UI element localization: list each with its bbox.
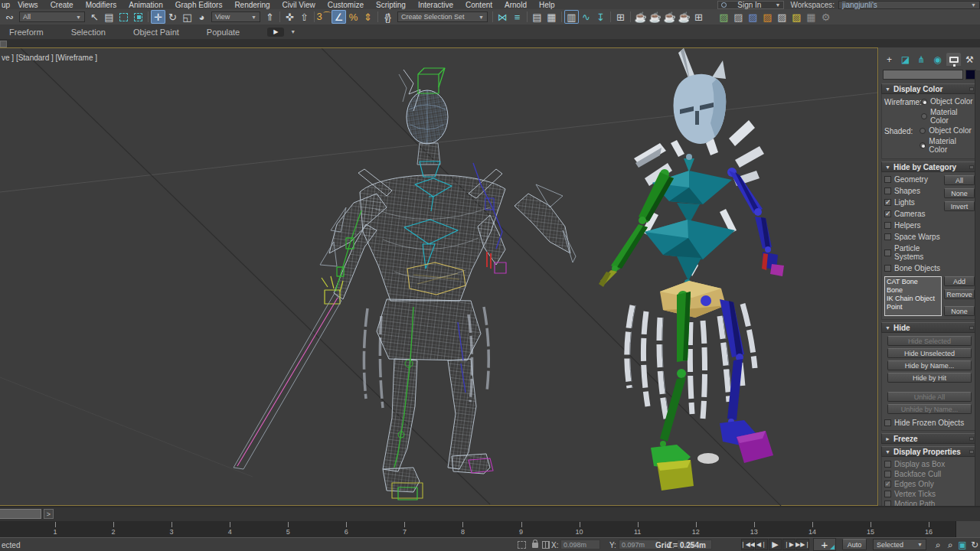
track-bar[interactable]: 12345678910111213141516 — [0, 521, 980, 537]
rollout-drag-nub[interactable] — [969, 437, 974, 441]
schematic-view-icon[interactable]: ⊞ — [613, 10, 628, 24]
time-slider-handle[interactable] — [0, 509, 41, 519]
tab-display[interactable] — [946, 53, 961, 66]
list-item[interactable]: Point — [887, 303, 939, 311]
ribbon-tab-freeform[interactable]: Freeform — [9, 28, 44, 37]
radio-material-color[interactable]: Material Color — [921, 108, 975, 125]
select-and-move-icon[interactable]: ✛ — [151, 10, 165, 24]
menu-item-arnold[interactable]: Arnold — [498, 1, 533, 9]
tab-create[interactable]: + — [882, 53, 897, 66]
go-to-start-button[interactable]: ❘◀◀ — [741, 539, 754, 550]
ribbon-tab-selection[interactable]: Selection — [71, 28, 106, 37]
checkbox-vertex-ticks[interactable]: Vertex Ticks — [884, 490, 975, 498]
rollout-drag-nub[interactable] — [969, 326, 974, 330]
list-item[interactable]: Bone — [887, 286, 939, 295]
previous-frame-button[interactable]: ◀❘ — [755, 539, 768, 550]
checkbox-bone-objects[interactable]: Bone Objects — [884, 264, 944, 272]
zoom-extents-icon[interactable]: ▣ — [957, 539, 968, 550]
cube-plane-icon[interactable]: ▨ — [746, 10, 760, 24]
zoom-icon[interactable]: ⌕ — [933, 539, 943, 550]
list-item[interactable]: IK Chain Object — [887, 295, 939, 303]
menu-item-scripting[interactable]: Scripting — [370, 1, 412, 9]
cube-orange-icon[interactable]: ▨ — [760, 10, 775, 24]
object-name-field[interactable] — [883, 70, 963, 80]
checkbox-geometry[interactable]: Geometry — [884, 175, 944, 184]
rollout-header-display-color[interactable]: ▼ Display Color — [881, 83, 978, 94]
menu-item-views[interactable]: Views — [16, 1, 44, 9]
viewport-canvas[interactable] — [0, 48, 877, 506]
angle-snap-icon[interactable]: ∠ — [332, 10, 346, 24]
align-icon[interactable]: ≡ — [510, 10, 524, 24]
hide-unselected-button[interactable]: Hide Unselected — [887, 348, 972, 358]
tab-motion[interactable]: ◉ — [930, 53, 945, 66]
list-item[interactable]: CAT Bone — [887, 278, 939, 286]
checkbox-edges-only[interactable]: Edges Only — [884, 480, 975, 488]
invert-button[interactable]: Invert — [944, 201, 975, 211]
menu-item-help[interactable]: Help — [533, 1, 561, 9]
video-dropdown-icon[interactable]: ▶ — [267, 28, 284, 37]
checkbox-backface-cull[interactable]: Backface Cull — [884, 470, 975, 478]
ribbon-tab-object-paint[interactable]: Object Paint — [133, 28, 179, 37]
reference-coordinate-dropdown[interactable]: View▼ — [211, 11, 260, 22]
ribbon-tab-populate[interactable]: Populate — [207, 28, 240, 37]
spinner-snap-icon[interactable]: ⇕ — [361, 10, 375, 24]
set-key-button[interactable]: + — [813, 538, 836, 551]
bone-category-list[interactable]: CAT BoneBoneIK Chain ObjectPoint — [884, 276, 942, 316]
rollout-drag-nub[interactable] — [969, 87, 974, 91]
remove-button[interactable]: Remove — [944, 289, 975, 299]
keyboard-override-icon[interactable]: ⇧ — [297, 10, 312, 24]
named-selection-set-dropdown[interactable]: Create Selection Set▼ — [397, 11, 488, 22]
menu-item-content[interactable]: Content — [459, 1, 498, 9]
material-editor-icon[interactable]: ☕ — [633, 10, 648, 24]
menu-item-rendering[interactable]: Rendering — [228, 1, 276, 9]
checkbox-hide-frozen-objects[interactable]: Hide Frozen Objects — [884, 419, 975, 427]
none-button[interactable]: None — [944, 188, 975, 198]
rollout-header-hide-by-category[interactable]: ▼ Hide by Category — [881, 161, 978, 172]
panel-scrollbar[interactable] — [975, 70, 980, 506]
select-by-name-icon[interactable]: ▤ — [102, 10, 116, 24]
menu-item-modifiers[interactable]: Modifiers — [80, 1, 123, 9]
viewport-label[interactable]: ve ] [Standard ] [Wireframe ] — [2, 54, 97, 62]
checkbox-space-warps[interactable]: Space Warps — [884, 233, 944, 241]
isolate-selection-icon[interactable] — [518, 541, 526, 549]
hide-by-name-button[interactable]: Hide by Name... — [887, 360, 972, 370]
rollout-header-hide[interactable]: ▼ Hide — [881, 322, 978, 333]
use-pivot-center-icon[interactable]: ⇑ — [263, 10, 277, 24]
transform-type-in-icon[interactable] — [542, 541, 550, 549]
select-and-scale-icon[interactable]: ◱ — [180, 10, 194, 24]
checkbox-display-as-box[interactable]: Display as Box — [884, 460, 975, 468]
play-button[interactable]: ▶ — [769, 539, 782, 550]
cube-arrow-up-icon[interactable]: ▨ — [717, 10, 731, 24]
workspace-dropdown[interactable]: jiangjunli's ▼ — [838, 1, 980, 9]
tab-modify[interactable]: ◪ — [898, 53, 913, 66]
next-frame-arrow-button[interactable]: > — [44, 509, 54, 519]
selection-filter-dropdown[interactable]: All▼ — [19, 11, 85, 22]
viewport-layout-tab[interactable] — [0, 41, 7, 47]
radio-object-color[interactable]: Object Color — [921, 97, 975, 106]
checkbox-motion-path[interactable]: Motion Path — [884, 500, 975, 506]
select-and-place-icon[interactable]: ◕ — [194, 10, 209, 24]
sign-in-dropdown[interactable]: Sign In ▼ — [717, 1, 784, 9]
menu-item-clipped[interactable]: up — [0, 1, 16, 9]
percent-snap-icon[interactable]: % — [346, 10, 361, 24]
window-crossing-toggle-icon[interactable] — [131, 10, 145, 24]
tab-hierarchy[interactable]: ⋔ — [914, 53, 929, 66]
curve-editor-icon[interactable]: ∿ — [579, 10, 593, 24]
menu-item-interactive[interactable]: Interactive — [412, 1, 459, 9]
selected-bone-cube[interactable] — [418, 68, 445, 93]
device-grid-icon[interactable]: ▦ — [804, 10, 818, 24]
selection-lock-icon[interactable] — [532, 543, 538, 548]
radio-material-color[interactable]: Material Color — [920, 137, 975, 154]
checkbox-particle-systems[interactable]: Particle Systems — [884, 244, 944, 261]
radio-object-color[interactable]: Object Color — [920, 126, 975, 135]
rigged-character[interactable] — [599, 48, 784, 491]
rollout-header-display-properties[interactable]: ▼ Display Properties — [881, 446, 978, 457]
rendered-frame-icon[interactable]: ☕ — [662, 10, 677, 24]
checkbox-cameras[interactable]: Cameras — [884, 210, 944, 218]
menu-item-civil-view[interactable]: Civil View — [276, 1, 322, 9]
menu-item-customize[interactable]: Customize — [322, 1, 370, 9]
hand-cube-icon[interactable]: ▨ — [775, 10, 789, 24]
orbit-icon[interactable]: ↻ — [969, 539, 980, 550]
select-and-manipulate-icon[interactable]: ✜ — [283, 10, 297, 24]
all-button[interactable]: All — [944, 175, 975, 185]
